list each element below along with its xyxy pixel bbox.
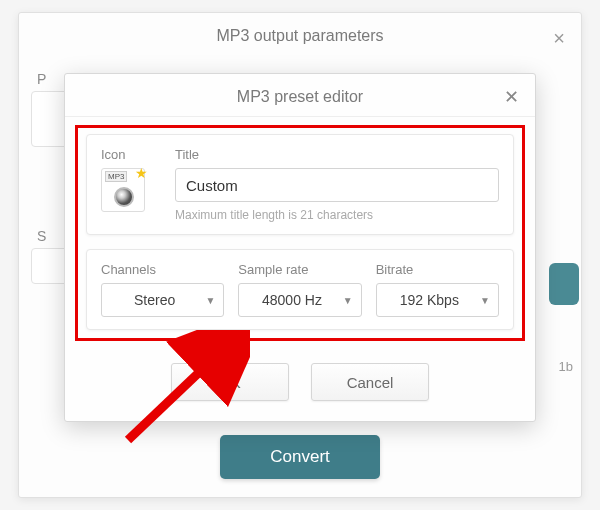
modal-actions: OK Cancel bbox=[65, 347, 535, 421]
annotation-highlight: Icon MP3 ★ Title Maximum title length is… bbox=[75, 125, 525, 341]
preset-icon[interactable]: MP3 ★ bbox=[101, 168, 145, 212]
bg-label-p: P bbox=[37, 71, 46, 87]
panel-title: MP3 output parameters bbox=[216, 27, 383, 44]
modal-header: MP3 preset editor ✕ bbox=[65, 74, 535, 117]
close-icon[interactable]: × bbox=[553, 27, 565, 50]
icon-badge: MP3 bbox=[105, 171, 127, 182]
cancel-button[interactable]: Cancel bbox=[311, 363, 429, 401]
bg-size-hint: 1b bbox=[559, 359, 573, 374]
preset-editor-modal: MP3 preset editor ✕ Icon MP3 ★ Title Max… bbox=[64, 73, 536, 422]
icon-label: Icon bbox=[101, 147, 157, 162]
modal-title: MP3 preset editor bbox=[237, 88, 363, 105]
title-input[interactable] bbox=[175, 168, 499, 202]
sample-rate-label: Sample rate bbox=[238, 262, 361, 277]
title-label: Title bbox=[175, 147, 499, 162]
bg-label-s: S bbox=[37, 228, 46, 244]
close-icon[interactable]: ✕ bbox=[504, 86, 519, 108]
channels-label: Channels bbox=[101, 262, 224, 277]
audio-params-section: Channels Stereo ▼ Sample rate 48000 Hz ▼… bbox=[86, 249, 514, 330]
star-icon: ★ bbox=[135, 165, 148, 181]
channels-select[interactable]: Stereo bbox=[101, 283, 224, 317]
panel-header: MP3 output parameters × bbox=[19, 13, 581, 57]
title-helper-text: Maximum title length is 21 characters bbox=[175, 208, 499, 222]
title-section: Icon MP3 ★ Title Maximum title length is… bbox=[86, 134, 514, 235]
bitrate-label: Bitrate bbox=[376, 262, 499, 277]
camera-lens-icon bbox=[114, 187, 134, 207]
bitrate-select[interactable]: 192 Kbps bbox=[376, 283, 499, 317]
convert-button[interactable]: Convert bbox=[220, 435, 380, 479]
bg-accent-chip bbox=[549, 263, 579, 305]
ok-button[interactable]: OK bbox=[171, 363, 289, 401]
sample-rate-select[interactable]: 48000 Hz bbox=[238, 283, 361, 317]
